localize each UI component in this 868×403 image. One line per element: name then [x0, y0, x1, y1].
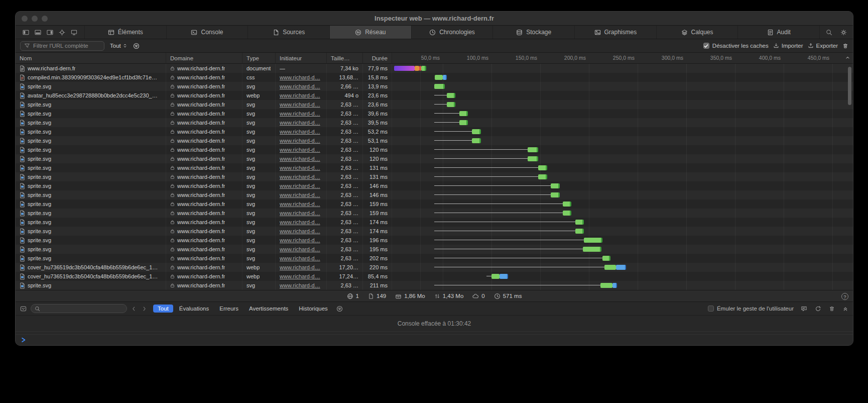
- table-row[interactable]: compiled.min.38390909f303624ed9e1cf1bd3f…: [16, 73, 853, 82]
- table-row[interactable]: sprite.svgwww.richard-dern.frsvgwww.rich…: [16, 199, 853, 209]
- initiator-link[interactable]: www.richard-d…: [280, 129, 320, 135]
- minimize-button[interactable]: [32, 16, 38, 22]
- initiator-link[interactable]: www.richard-d…: [280, 264, 320, 270]
- initiator-link[interactable]: www.richard-d…: [280, 201, 320, 207]
- dock-left-icon[interactable]: [23, 29, 29, 36]
- table-row[interactable]: cover_hu736519dc3b5040cfa48b6b559b6de6ec…: [16, 272, 853, 281]
- initiator-link[interactable]: www.richard-d…: [280, 165, 320, 171]
- table-row[interactable]: sprite.svgwww.richard-dern.frsvgwww.rich…: [16, 109, 853, 118]
- table-row[interactable]: sprite.svgwww.richard-dern.frsvgwww.rich…: [16, 236, 853, 245]
- table-row[interactable]: sprite.svgwww.richard-dern.frsvgwww.rich…: [16, 209, 853, 218]
- table-row[interactable]: sprite.svgwww.richard-dern.frsvgwww.rich…: [16, 163, 853, 172]
- resource-type-dropdown[interactable]: Tout: [109, 43, 129, 49]
- url-filter-input[interactable]: Filtrer l'URL complète: [20, 41, 104, 51]
- initiator-link[interactable]: www.richard-d…: [280, 102, 320, 108]
- initiator-link[interactable]: www.richard-d…: [280, 92, 320, 98]
- column-header-initiator[interactable]: Initiateur: [276, 53, 327, 63]
- tab-elements[interactable]: Éléments: [85, 26, 167, 39]
- table-row[interactable]: sprite.svgwww.richard-dern.frsvgwww.rich…: [16, 172, 853, 181]
- column-header-size[interactable]: Taille…: [327, 53, 363, 63]
- titlebar[interactable]: Inspecteur web — www.richard-dern.fr: [16, 12, 853, 26]
- help-button[interactable]: ?: [841, 293, 848, 300]
- console-prompt[interactable]: [16, 334, 853, 345]
- tab-network[interactable]: Réseau: [330, 26, 412, 39]
- console-options-button[interactable]: [336, 306, 343, 312]
- tab-layers[interactable]: Calques: [657, 26, 738, 39]
- column-header-type[interactable]: Type: [242, 53, 276, 63]
- table-row[interactable]: sprite.svgwww.richard-dern.frsvgwww.rich…: [16, 118, 853, 127]
- table-row[interactable]: sprite.svgwww.richard-dern.frsvgwww.rich…: [16, 281, 853, 290]
- resize-console-icon[interactable]: [842, 306, 848, 312]
- initiator-link[interactable]: www.richard-d…: [280, 192, 320, 198]
- initiator-link[interactable]: www.richard-d…: [280, 210, 320, 216]
- table-row[interactable]: sprite.svgwww.richard-dern.frsvgwww.rich…: [16, 227, 853, 236]
- table-row[interactable]: sprite.svgwww.richard-dern.frsvgwww.rich…: [16, 218, 853, 227]
- emulate-user-gesture-checkbox[interactable]: Émuler le geste de l'utilisateur: [708, 306, 794, 312]
- initiator-link[interactable]: www.richard-d…: [280, 74, 320, 80]
- dock-bottom-icon[interactable]: [35, 29, 41, 36]
- console-tab-évaluations[interactable]: Évaluations: [175, 305, 213, 313]
- filter-options-button[interactable]: [133, 43, 140, 49]
- console-tab-avertissements[interactable]: Avertissements: [244, 305, 293, 313]
- table-row[interactable]: sprite.svgwww.richard-dern.frsvgwww.rich…: [16, 82, 853, 91]
- table-row[interactable]: sprite.svgwww.richard-dern.frsvgwww.rich…: [16, 181, 853, 190]
- tab-timelines[interactable]: Chronologies: [412, 26, 493, 39]
- initiator-link[interactable]: www.richard-d…: [280, 228, 320, 234]
- nav-back-button[interactable]: [131, 306, 137, 312]
- table-row[interactable]: sprite.svgwww.richard-dern.frsvgwww.rich…: [16, 127, 853, 136]
- nav-forward-button[interactable]: [142, 306, 147, 312]
- scroll-up-icon[interactable]: [845, 55, 850, 60]
- zoom-button[interactable]: [42, 16, 48, 22]
- table-row[interactable]: sprite.svgwww.richard-dern.frsvgwww.rich…: [16, 190, 853, 199]
- table-row[interactable]: www.richard-dern.frwww.richard-dern.frdo…: [16, 64, 853, 73]
- initiator-link[interactable]: www.richard-d…: [280, 174, 320, 180]
- tab-graphics[interactable]: Graphismes: [575, 26, 657, 39]
- initiator-link[interactable]: www.richard-d…: [280, 111, 320, 117]
- import-button[interactable]: Importer: [773, 43, 803, 49]
- scrollbar-thumb[interactable]: [848, 67, 851, 105]
- console-messages-icon[interactable]: [801, 306, 807, 312]
- column-header-name[interactable]: Nom: [16, 53, 166, 63]
- tab-console[interactable]: Console: [167, 26, 249, 39]
- console-tab-tout[interactable]: Tout: [153, 305, 173, 313]
- responsive-mode-icon[interactable]: [71, 29, 77, 36]
- console-tab-erreurs[interactable]: Erreurs: [215, 305, 243, 313]
- tab-audit[interactable]: Audit: [738, 26, 820, 39]
- tab-storage[interactable]: Stockage: [493, 26, 575, 39]
- table-row[interactable]: cover_hu736519dc3b5040cfa48b6b559b6de6ec…: [16, 263, 853, 272]
- initiator-link[interactable]: www.richard-d…: [280, 237, 320, 243]
- table-row[interactable]: sprite.svgwww.richard-dern.frsvgwww.rich…: [16, 100, 853, 109]
- export-button[interactable]: Exporter: [808, 43, 838, 49]
- table-row[interactable]: sprite.svgwww.richard-dern.frsvgwww.rich…: [16, 245, 853, 254]
- gear-icon[interactable]: [840, 29, 847, 36]
- column-header-domain[interactable]: Domaine: [166, 53, 242, 63]
- table-row[interactable]: sprite.svgwww.richard-dern.frsvgwww.rich…: [16, 254, 853, 263]
- initiator-link[interactable]: www.richard-d…: [280, 83, 320, 89]
- disable-caches-checkbox[interactable]: Désactiver les caches: [703, 43, 769, 49]
- tab-sources[interactable]: Sources: [248, 26, 330, 39]
- initiator-link[interactable]: www.richard-d…: [280, 246, 320, 252]
- initiator-link[interactable]: www.richard-d…: [280, 255, 320, 261]
- search-icon[interactable]: [826, 29, 832, 36]
- clear-console-button[interactable]: [829, 306, 835, 312]
- close-button[interactable]: [22, 16, 28, 22]
- reload-icon[interactable]: [815, 306, 821, 312]
- initiator-link[interactable]: www.richard-d…: [280, 219, 320, 225]
- table-row[interactable]: sprite.svgwww.richard-dern.frsvgwww.rich…: [16, 136, 853, 145]
- console-tab-historiques[interactable]: Historiques: [294, 305, 332, 313]
- console-search-input[interactable]: [31, 304, 127, 313]
- initiator-link[interactable]: www.richard-d…: [280, 120, 320, 126]
- column-header-duration[interactable]: Durée: [363, 53, 392, 63]
- element-picker-icon[interactable]: [59, 29, 65, 36]
- dock-right-icon[interactable]: [47, 29, 53, 36]
- clear-network-button[interactable]: [842, 43, 848, 49]
- initiator-link[interactable]: www.richard-d…: [280, 273, 320, 279]
- initiator-link[interactable]: www.richard-d…: [280, 147, 320, 153]
- initiator-link[interactable]: www.richard-d…: [280, 156, 320, 162]
- table-row[interactable]: avatar_hu85ecc3e298728880b0bde2dcc4e5c23…: [16, 91, 853, 100]
- initiator-link[interactable]: www.richard-d…: [280, 282, 320, 288]
- initiator-link[interactable]: www.richard-d…: [280, 183, 320, 189]
- initiator-link[interactable]: www.richard-d…: [280, 138, 320, 144]
- console-scope-button[interactable]: [20, 306, 27, 312]
- table-row[interactable]: sprite.svgwww.richard-dern.frsvgwww.rich…: [16, 154, 853, 163]
